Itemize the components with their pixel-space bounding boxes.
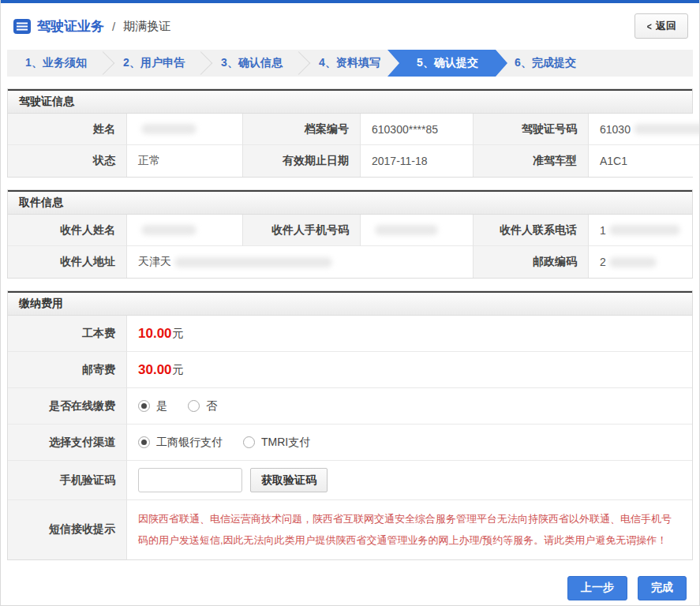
step-6-complete-submit[interactable]: 6、完成提交 [496,50,594,77]
redacted-postcode [609,257,657,267]
step-5-confirm-submit-active[interactable]: 5、确认提交 [387,50,507,77]
payment-table: 工本费 10.00元 邮寄费 30.00元 是否在线缴费 是 否 选择支付渠道 … [8,316,692,559]
channel-icbc-option[interactable]: 工商银行支付 [138,436,223,450]
vehicle-class-label: 准驾车型 [474,145,588,177]
radio-icbc-icon[interactable] [138,436,150,448]
license-info-table: 姓名 档案编号 610300****85 驾驶证号码 61030X 状态 正常 … [8,114,692,177]
notice-text: 因陕西省联通、电信运营商技术问题，陕西省互联网交通安全综合服务管理平台无法向持陕… [138,500,692,559]
status-value: 正常 [126,145,243,177]
online-pay-yes-label: 是 [156,399,167,413]
page-title: 驾驶证业务 [37,17,104,36]
back-button-label: 返回 [656,19,676,33]
redacted-name [141,124,197,134]
finish-button[interactable]: 完成 [638,576,687,600]
license-no-prefix: 61030 [600,123,631,136]
step-1-business-notice[interactable]: 1、业务须知 [7,50,105,77]
license-info-section: 驾驶证信息 姓名 档案编号 610300****85 驾驶证号码 61030X … [7,88,693,178]
online-pay-no-label: 否 [206,399,217,413]
step-bar: 1、业务须知 2、用户申告 3、确认信息 4、资料填写 5、确认提交 6、完成提… [7,50,693,77]
recipient-address-value: 天津天 [126,246,474,278]
channel-options: 工商银行支付 TMRI支付 [126,425,692,461]
pickup-info-table: 收件人姓名 收件人手机号码 收件人联系电话 1 收件人地址 天津天 邮政编码 2 [8,215,692,278]
license-no-label: 驾驶证号码 [474,114,588,145]
recipient-address-label: 收件人地址 [8,246,126,278]
recipient-phone-prefix: 1 [600,224,606,237]
get-code-button[interactable]: 获取验证码 [250,468,328,492]
postcode-value: 2 [588,246,692,278]
vehicle-class-value: A1C1 [588,145,700,177]
status-label: 状态 [8,145,126,177]
sms-code-row: 获取验证码 [126,461,692,500]
license-no-value: 61030X [588,114,700,145]
pickup-info-title: 取件信息 [8,190,692,215]
expiry-label: 有效期止日期 [243,145,360,177]
expiry-value: 2017-11-18 [360,145,474,177]
postcode-label: 邮政编码 [474,246,588,278]
redacted-license-no [634,124,700,134]
footer-actions: 上一步 完成 [1,576,687,600]
page-subtitle: 期满换证 [123,19,170,34]
notice-value: 因陕西省联通、电信运营商技术问题，陕西省互联网交通安全综合服务管理平台无法向持陕… [126,500,692,559]
step-2-user-declaration[interactable]: 2、用户申告 [105,50,203,77]
step-4-fill-data[interactable]: 4、资料填写 [301,50,399,77]
post-fee-currency: 元 [173,363,184,377]
name-label: 姓名 [8,114,126,145]
recipient-mobile-label: 收件人手机号码 [243,215,360,246]
redacted-recipient-mobile [375,225,438,235]
payment-section: 缴纳费用 工本费 10.00元 邮寄费 30.00元 是否在线缴费 是 否 选择… [7,290,693,560]
online-pay-yes-option[interactable]: 是 [138,399,167,413]
radio-no-icon[interactable] [188,400,200,412]
work-fee-amount: 10.00 [138,326,172,342]
work-fee-label: 工本费 [8,316,126,352]
list-icon [13,19,31,34]
work-fee-value: 10.00元 [126,316,692,352]
recipient-phone-value: 1 [588,215,692,246]
breadcrumb: 驾驶证业务 / 期满换证 [13,17,170,36]
prev-step-button[interactable]: 上一步 [567,576,627,600]
file-no-value: 610300****85 [360,114,474,145]
redacted-recipient-phone [609,225,680,235]
channel-label: 选择支付渠道 [8,425,126,461]
recipient-address-prefix: 天津天 [138,255,171,269]
breadcrumb-divider: / [112,20,115,33]
license-info-title: 驾驶证信息 [8,89,692,114]
online-pay-radio-group: 是 否 [138,399,217,413]
recipient-name-label: 收件人姓名 [8,215,126,246]
radio-yes-icon[interactable] [138,400,150,412]
header: 驾驶证业务 / 期满换证 < 返回 [1,3,699,47]
recipient-name-value [126,215,243,246]
page: 驾驶证业务 / 期满换证 < 返回 1、业务须知 2、用户申告 3、确认信息 4… [0,0,700,606]
work-fee-currency: 元 [173,327,184,341]
step-3-confirm-info[interactable]: 3、确认信息 [203,50,301,77]
sms-code-label: 手机验证码 [8,461,126,500]
channel-tmri-label: TMRI支付 [261,436,310,450]
postcode-prefix: 2 [600,256,606,268]
payment-title: 缴纳费用 [8,291,692,316]
channel-tmri-option[interactable]: TMRI支付 [243,436,310,450]
chevron-left-icon: < [647,21,652,32]
post-fee-label: 邮寄费 [8,352,126,388]
online-pay-options: 是 否 [126,388,692,425]
name-value [126,114,243,145]
notice-label: 短信接收提示 [8,500,126,559]
file-no-label: 档案编号 [243,114,360,145]
recipient-mobile-value [360,215,474,246]
online-pay-no-option[interactable]: 否 [188,399,217,413]
redacted-recipient-name [141,225,197,235]
back-button[interactable]: < 返回 [634,13,688,39]
channel-icbc-label: 工商银行支付 [156,436,223,450]
post-fee-value: 30.00元 [126,352,692,388]
post-fee-amount: 30.00 [138,362,172,378]
recipient-phone-label: 收件人联系电话 [474,215,588,246]
sms-code-input[interactable] [138,468,242,492]
radio-tmri-icon[interactable] [243,436,255,448]
pickup-info-section: 取件信息 收件人姓名 收件人手机号码 收件人联系电话 1 收件人地址 天津天 邮… [7,189,693,279]
online-pay-label: 是否在线缴费 [8,388,126,425]
channel-radio-group: 工商银行支付 TMRI支付 [138,436,310,450]
redacted-recipient-address [174,257,332,267]
